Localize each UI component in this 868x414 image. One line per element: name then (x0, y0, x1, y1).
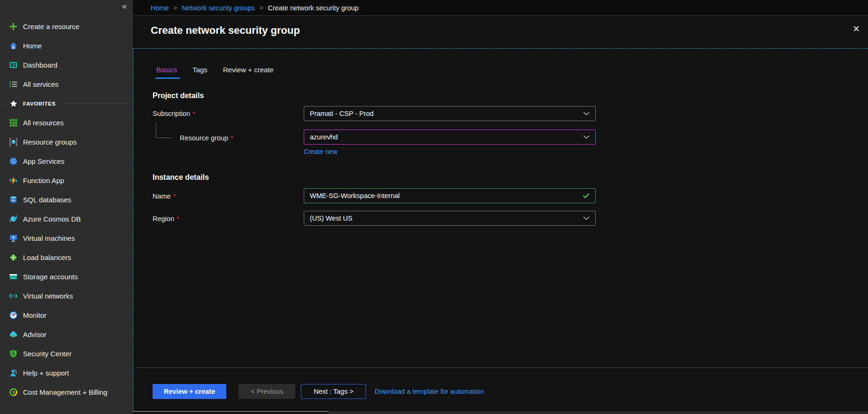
tab-tags[interactable]: Tags (192, 66, 207, 79)
sidebar-item-home[interactable]: Home (0, 36, 133, 55)
network-brackets-icon (9, 291, 18, 300)
region-dropdown[interactable]: (US) West US (304, 211, 596, 226)
resource-group-label: Resource group* (180, 134, 233, 142)
sidebar: « Create a resource Home Dashboard All s… (0, 0, 133, 414)
name-label: Name* (153, 192, 176, 200)
breadcrumb-link-home[interactable]: Home (151, 4, 169, 12)
breadcrumb: Home > Network security groups > Create … (133, 0, 868, 16)
previous-button[interactable]: < Previous (238, 384, 295, 399)
chevron-down-icon (583, 112, 590, 115)
list-icon (9, 80, 18, 89)
sidebar-item-cost-management-billing[interactable]: $ Cost Management + Billing (0, 383, 133, 402)
cost-donut-icon: $ (9, 388, 18, 397)
sidebar-item-help-support[interactable]: Help + support (0, 363, 133, 383)
shield-lock-icon (9, 349, 18, 358)
breadcrumb-separator-icon: > (174, 4, 177, 11)
region-label: Region* (153, 215, 179, 222)
tab-bar: Basics Tags Review + create (156, 66, 274, 79)
sidebar-item-storage-accounts[interactable]: Storage accounts (0, 267, 133, 286)
section-heading-project-details: Project details (153, 92, 204, 100)
wizard-footer: Review + create < Previous Next : Tags >… (137, 368, 868, 399)
name-input[interactable]: WME-SG-Workspace-Internal (304, 188, 596, 203)
sidebar-item-all-services[interactable]: All services (0, 75, 133, 94)
home-icon (9, 41, 18, 50)
support-person-icon (9, 368, 18, 377)
download-template-link[interactable]: Download a template for automation (375, 388, 484, 395)
plus-icon (9, 22, 18, 31)
database-icon: SQL (9, 195, 18, 204)
sidebar-item-resource-groups[interactable]: Resource groups (0, 132, 133, 152)
window-bottom-edge-left (133, 411, 329, 414)
sidebar-item-load-balancers[interactable]: Load balancers (0, 248, 133, 267)
valid-check-icon (583, 193, 590, 199)
advisor-cloud-icon (9, 330, 18, 339)
sidebar-item-app-services[interactable]: App Services (0, 152, 133, 171)
svg-text:$: $ (12, 390, 14, 394)
resource-group-dropdown[interactable]: azurevhd (304, 130, 596, 145)
subscription-dropdown[interactable]: Pramati - CSP - Prod (304, 106, 596, 121)
sidebar-item-create-a-resource[interactable]: Create a resource (0, 17, 133, 36)
svg-text:SQL: SQL (11, 199, 15, 202)
cube-brackets-icon (9, 138, 18, 146)
required-asterisk: * (177, 215, 179, 222)
sidebar-item-virtual-machines[interactable]: Virtual machines (0, 229, 133, 248)
resource-group-connector-line (156, 122, 172, 138)
grid-icon (9, 118, 18, 127)
subscription-label: Subscription* (153, 110, 195, 117)
globe-icon (9, 157, 18, 166)
monitor-icon (9, 234, 18, 243)
page-header: Create network security group ✕ (133, 16, 868, 48)
sidebar-item-sql-databases[interactable]: SQL SQL databases (0, 190, 133, 209)
tab-review-create[interactable]: Review + create (223, 66, 274, 79)
close-icon[interactable]: ✕ (853, 24, 860, 33)
gauge-icon (9, 311, 18, 320)
chevron-down-icon (583, 135, 590, 139)
review-create-button[interactable]: Review + create (153, 384, 226, 399)
diamond-balancer-icon (9, 253, 18, 262)
required-asterisk: * (173, 192, 176, 200)
required-asterisk: * (192, 110, 195, 117)
sidebar-item-azure-cosmos-db[interactable]: Azure Cosmos DB (0, 209, 133, 229)
sidebar-favorites-header: FAVORITES (0, 94, 133, 113)
sidebar-item-function-app[interactable]: Function App (0, 171, 133, 190)
lightning-icon (9, 176, 18, 185)
star-icon (9, 99, 18, 108)
window-bottom-edge-right (329, 411, 868, 414)
sidebar-item-dashboard[interactable]: Dashboard (0, 55, 133, 75)
next-tags-button[interactable]: Next : Tags > (301, 384, 366, 399)
sidebar-item-virtual-networks[interactable]: Virtual networks (0, 286, 133, 306)
sidebar-item-monitor[interactable]: Monitor (0, 306, 133, 325)
chevron-down-icon (583, 216, 590, 220)
create-new-link[interactable]: Create new (304, 148, 338, 155)
section-heading-instance-details: Instance details (153, 173, 209, 182)
planet-icon (9, 215, 18, 223)
sidebar-collapse-icon[interactable]: « (122, 2, 127, 10)
sidebar-nav: Create a resource Home Dashboard All ser… (0, 17, 133, 402)
page-title: Create network security group (151, 24, 300, 37)
create-nsg-panel: Basics Tags Review + create Project deta… (133, 48, 868, 411)
breadcrumb-separator-icon: > (260, 4, 263, 11)
sidebar-item-all-resources[interactable]: All resources (0, 113, 133, 132)
sidebar-item-security-center[interactable]: Security Center (0, 344, 133, 363)
dashboard-icon (9, 61, 18, 69)
breadcrumb-current: Create network security group (268, 4, 358, 12)
tab-basics[interactable]: Basics (156, 66, 177, 79)
required-asterisk: * (230, 134, 233, 142)
sidebar-item-advisor[interactable]: Advisor (0, 325, 133, 344)
breadcrumb-link-network-security-groups[interactable]: Network security groups (182, 4, 255, 12)
storage-icon (9, 272, 18, 281)
